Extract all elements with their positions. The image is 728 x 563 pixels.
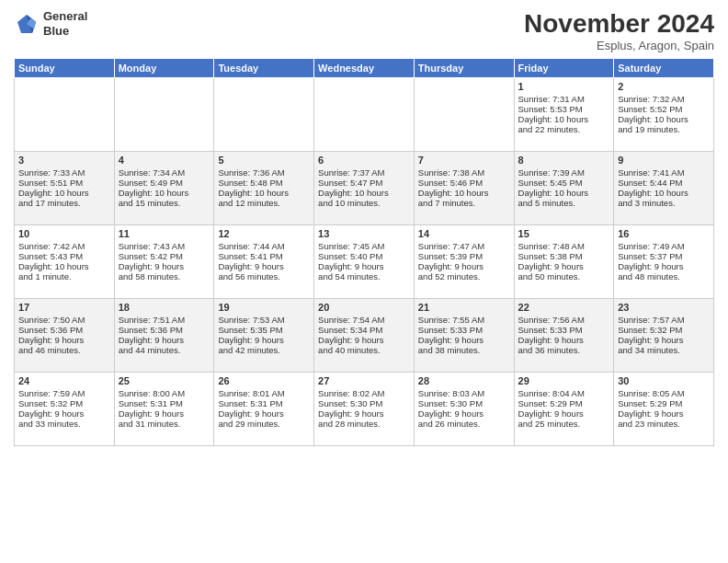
- cell-text: and 36 minutes.: [518, 345, 610, 355]
- calendar-cell: 10Sunrise: 7:42 AMSunset: 5:43 PMDayligh…: [15, 225, 115, 299]
- cell-text: Sunset: 5:51 PM: [18, 178, 110, 188]
- calendar-cell: 17Sunrise: 7:50 AMSunset: 5:36 PMDayligh…: [15, 299, 115, 373]
- cell-text: and 54 minutes.: [318, 271, 410, 282]
- cell-text: Daylight: 9 hours: [318, 408, 410, 419]
- calendar-cell: 29Sunrise: 8:04 AMSunset: 5:29 PMDayligh…: [514, 373, 614, 446]
- day-number: 25: [119, 375, 210, 386]
- cell-text: Sunset: 5:41 PM: [218, 251, 310, 261]
- day-number: 20: [318, 302, 410, 313]
- cell-text: and 50 minutes.: [518, 271, 610, 282]
- calendar-cell: 19Sunrise: 7:53 AMSunset: 5:35 PMDayligh…: [214, 299, 314, 373]
- cell-text: Sunset: 5:29 PM: [618, 398, 710, 408]
- calendar-cell: 24Sunrise: 7:59 AMSunset: 5:32 PMDayligh…: [15, 373, 115, 446]
- cell-text: Sunrise: 7:47 AM: [418, 241, 510, 251]
- cell-text: and 33 minutes.: [18, 419, 110, 429]
- cell-text: Daylight: 10 hours: [518, 114, 610, 124]
- header-tuesday: Tuesday: [214, 59, 314, 78]
- day-number: 7: [418, 155, 510, 166]
- cell-text: and 22 minutes.: [518, 124, 610, 134]
- cell-text: Sunrise: 7:48 AM: [518, 241, 610, 251]
- cell-text: Daylight: 9 hours: [518, 261, 610, 271]
- cell-text: and 34 minutes.: [618, 345, 710, 355]
- cell-text: Sunrise: 8:03 AM: [418, 388, 510, 398]
- day-number: 23: [618, 302, 710, 313]
- day-number: 19: [218, 302, 310, 313]
- cell-text: Sunset: 5:31 PM: [218, 398, 310, 408]
- cell-text: Daylight: 10 hours: [618, 188, 710, 198]
- calendar-cell: [214, 78, 314, 152]
- cell-text: Daylight: 9 hours: [119, 408, 210, 419]
- calendar-cell: 26Sunrise: 8:01 AMSunset: 5:31 PMDayligh…: [214, 373, 314, 446]
- cell-text: Sunrise: 8:01 AM: [218, 388, 310, 398]
- cell-text: Daylight: 10 hours: [119, 188, 210, 198]
- cell-text: Sunset: 5:43 PM: [18, 251, 110, 261]
- header-thursday: Thursday: [414, 59, 514, 78]
- cell-text: and 5 minutes.: [518, 198, 610, 208]
- cell-text: Sunset: 5:33 PM: [518, 325, 610, 335]
- calendar-cell: 27Sunrise: 8:02 AMSunset: 5:30 PMDayligh…: [314, 373, 415, 446]
- day-number: 12: [218, 228, 310, 239]
- cell-text: Daylight: 9 hours: [18, 335, 110, 345]
- cell-text: Sunrise: 7:51 AM: [119, 315, 210, 325]
- week-row-2: 10Sunrise: 7:42 AMSunset: 5:43 PMDayligh…: [15, 225, 714, 299]
- cell-text: Sunrise: 7:31 AM: [518, 94, 610, 104]
- cell-text: Sunset: 5:49 PM: [119, 178, 210, 188]
- cell-text: Sunset: 5:44 PM: [618, 178, 710, 188]
- day-number: 5: [218, 155, 310, 166]
- day-number: 4: [119, 155, 210, 166]
- cell-text: and 52 minutes.: [418, 271, 510, 282]
- cell-text: Sunrise: 7:57 AM: [618, 315, 710, 325]
- cell-text: Sunset: 5:36 PM: [119, 325, 210, 335]
- cell-text: Sunrise: 7:50 AM: [18, 315, 110, 325]
- day-number: 15: [518, 228, 610, 239]
- calendar-cell: [114, 78, 214, 152]
- cell-text: Sunrise: 7:53 AM: [218, 315, 310, 325]
- calendar-cell: 14Sunrise: 7:47 AMSunset: 5:39 PMDayligh…: [414, 225, 514, 299]
- calendar-table: Sunday Monday Tuesday Wednesday Thursday…: [14, 58, 714, 446]
- cell-text: Sunrise: 8:02 AM: [318, 388, 410, 398]
- logo-line2: Blue: [43, 24, 87, 39]
- cell-text: Sunset: 5:35 PM: [218, 325, 310, 335]
- calendar-cell: 11Sunrise: 7:43 AMSunset: 5:42 PMDayligh…: [114, 225, 214, 299]
- cell-text: Daylight: 9 hours: [119, 335, 210, 345]
- cell-text: Sunset: 5:53 PM: [518, 104, 610, 114]
- cell-text: Daylight: 9 hours: [119, 261, 210, 271]
- cell-text: Sunrise: 7:59 AM: [18, 388, 110, 398]
- calendar-cell: 21Sunrise: 7:55 AMSunset: 5:33 PMDayligh…: [414, 299, 514, 373]
- location-subtitle: Esplus, Aragon, Spain: [524, 39, 714, 52]
- week-row-1: 3Sunrise: 7:33 AMSunset: 5:51 PMDaylight…: [15, 152, 714, 225]
- week-row-0: 1Sunrise: 7:31 AMSunset: 5:53 PMDaylight…: [15, 78, 714, 152]
- cell-text: Daylight: 10 hours: [218, 188, 310, 198]
- calendar-cell: 6Sunrise: 7:37 AMSunset: 5:47 PMDaylight…: [314, 152, 415, 225]
- day-number: 11: [119, 228, 210, 239]
- cell-text: Daylight: 10 hours: [18, 188, 110, 198]
- cell-text: Sunset: 5:45 PM: [518, 178, 610, 188]
- cell-text: and 31 minutes.: [119, 419, 210, 429]
- calendar-cell: 1Sunrise: 7:31 AMSunset: 5:53 PMDaylight…: [514, 78, 614, 152]
- header-sunday: Sunday: [15, 59, 115, 78]
- cell-text: Daylight: 9 hours: [418, 335, 510, 345]
- week-row-4: 24Sunrise: 7:59 AMSunset: 5:32 PMDayligh…: [15, 373, 714, 446]
- cell-text: and 25 minutes.: [518, 419, 610, 429]
- cell-text: Sunset: 5:33 PM: [418, 325, 510, 335]
- cell-text: Sunrise: 7:56 AM: [518, 315, 610, 325]
- calendar-cell: 18Sunrise: 7:51 AMSunset: 5:36 PMDayligh…: [114, 299, 214, 373]
- cell-text: Sunrise: 7:54 AM: [318, 315, 410, 325]
- cell-text: Daylight: 9 hours: [218, 408, 310, 419]
- month-title: November 2024: [524, 9, 714, 39]
- cell-text: and 17 minutes.: [18, 198, 110, 208]
- cell-text: Sunrise: 7:33 AM: [18, 167, 110, 178]
- calendar-cell: [314, 78, 415, 152]
- cell-text: and 46 minutes.: [18, 345, 110, 355]
- cell-text: Sunrise: 8:00 AM: [119, 388, 210, 398]
- cell-text: Sunrise: 7:37 AM: [318, 167, 410, 178]
- day-number: 30: [618, 375, 710, 386]
- title-area: November 2024 Esplus, Aragon, Spain: [524, 9, 714, 52]
- calendar-cell: 8Sunrise: 7:39 AMSunset: 5:45 PMDaylight…: [514, 152, 614, 225]
- cell-text: Sunset: 5:48 PM: [218, 178, 310, 188]
- cell-text: Sunset: 5:36 PM: [18, 325, 110, 335]
- header-wednesday: Wednesday: [314, 59, 415, 78]
- cell-text: Daylight: 9 hours: [418, 261, 510, 271]
- cell-text: Daylight: 10 hours: [618, 114, 710, 124]
- calendar-cell: 4Sunrise: 7:34 AMSunset: 5:49 PMDaylight…: [114, 152, 214, 225]
